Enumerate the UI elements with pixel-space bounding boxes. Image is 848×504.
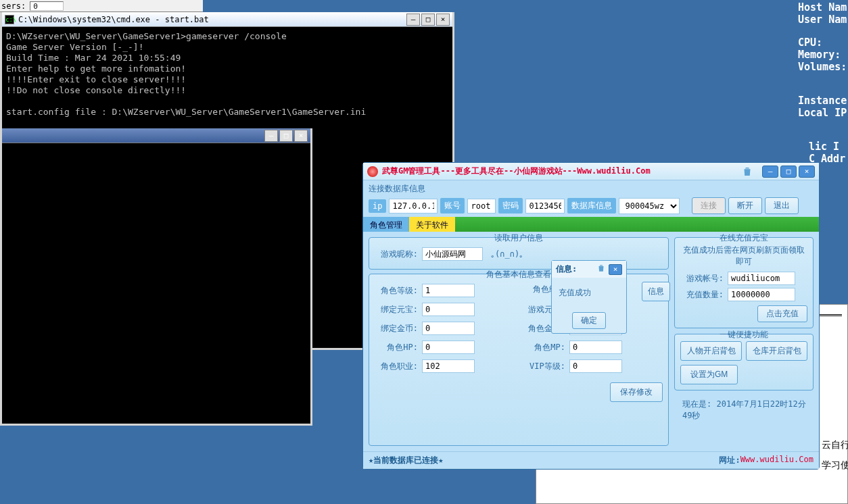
publicip-label: lic I xyxy=(798,141,847,153)
cmd-titlebar[interactable]: c:\ C:\Windows\system32\cmd.exe - start.… xyxy=(2,12,452,27)
recharge-acct-input[interactable] xyxy=(728,272,795,285)
maximize-button[interactable]: □ xyxy=(421,14,435,26)
info-button-peek[interactable]: 信息 xyxy=(642,282,670,301)
tab-role-mgmt[interactable]: 角色管理 xyxy=(363,217,409,232)
recharge-qty-input[interactable] xyxy=(728,288,795,301)
status-text: ★当前数据库已连接★ xyxy=(369,455,443,466)
host-name-label: Host Nam xyxy=(798,1,847,14)
gm-title-text: 武尊GM管理工具---更多工具尽在--小仙网游戏站---Www.wudiliu.… xyxy=(382,166,651,177)
db-label: 数据库信息 xyxy=(567,198,616,213)
bind-gold-input[interactable] xyxy=(422,322,475,335)
gm-tool-window: 武尊GM管理工具---更多工具尽在--小仙网游戏站---Www.wudiliu.… xyxy=(362,162,820,470)
connection-section: ip 账号 密码 数据库信息 900045wz 连接 断开 退出 xyxy=(363,195,819,217)
password-label: 密码 xyxy=(498,198,523,213)
bind-yb-label: 绑定元宝: xyxy=(375,304,418,316)
cmd-icon: c:\ xyxy=(5,15,14,24)
recharge-note: 充值成功后需在网页刷新页面领取即可 xyxy=(680,245,807,268)
db-select[interactable]: 900045wz xyxy=(619,198,680,214)
tab-about[interactable]: 关于软件 xyxy=(409,217,455,232)
nickname-label: 游戏昵称: xyxy=(375,249,418,260)
password-input[interactable] xyxy=(525,199,565,213)
bind-gold-label: 绑定金币: xyxy=(375,323,418,334)
maximize-button[interactable]: □ xyxy=(279,130,293,142)
close-button[interactable]: × xyxy=(436,14,450,26)
account-input[interactable] xyxy=(467,199,496,213)
current-time: 现在是: 2014年7月1日22时12分49秒 xyxy=(674,399,814,422)
gm-titlebar[interactable]: 武尊GM管理工具---更多工具尽在--小仙网游戏站---Www.wudiliu.… xyxy=(363,163,819,180)
recharge-button[interactable]: 点击充值 xyxy=(757,305,807,322)
user-name-label: User Nam xyxy=(798,14,847,26)
cmd-window-2: — □ × xyxy=(0,128,312,426)
read-user-legend: 读取用户信息 xyxy=(492,232,546,244)
cpu-label: CPU: xyxy=(798,36,847,49)
shortcut-legend: 一键便捷功能 xyxy=(717,329,771,341)
cmd-title-text: C:\Windows\system32\cmd.exe - start.bat xyxy=(18,15,209,24)
vip-input[interactable] xyxy=(569,359,622,373)
role-mp-label: 角色MP: xyxy=(522,342,565,353)
maximize-button[interactable]: □ xyxy=(780,166,797,178)
minimize-button[interactable]: — xyxy=(762,166,778,178)
role-hp-label: 角色HP: xyxy=(375,342,418,353)
minimize-button[interactable]: — xyxy=(264,130,278,142)
gm-statusbar: ★当前数据库已连接★ 网址: Www.wudiliu.Com xyxy=(363,451,819,469)
ip-input[interactable] xyxy=(389,199,438,213)
doc-text-2: 学习使用 xyxy=(822,457,848,472)
site-url: Www.wudiliu.Com xyxy=(740,455,814,466)
trash-icon[interactable] xyxy=(596,263,606,275)
app-logo-icon xyxy=(367,166,378,177)
exit-button[interactable]: 退出 xyxy=(765,197,799,214)
conn-section-label: 连接数据库信息 xyxy=(369,184,425,193)
cmd2-titlebar[interactable]: — □ × xyxy=(2,128,310,143)
volumes-label: Volumes: xyxy=(798,61,847,73)
nickname-input[interactable] xyxy=(422,247,483,261)
minimize-button[interactable]: — xyxy=(406,14,420,26)
vip-label: VIP等级: xyxy=(522,361,565,372)
role-basic-legend: 角色基本信息查看 xyxy=(484,269,554,280)
ip-label: ip xyxy=(369,199,386,213)
host-info-panel: Host Nam User Nam CPU: Memory: Volumes: … xyxy=(798,1,847,165)
trash-icon[interactable] xyxy=(741,166,753,178)
role-job-label: 角色职业: xyxy=(375,361,418,372)
set-gm-button[interactable]: 设置为GM xyxy=(680,365,738,384)
face-emoji: ｡(∩_∩)｡ xyxy=(491,249,523,259)
popup-body: 充值成功 xyxy=(552,278,626,308)
message-popup: 信息: × 充值成功 确定 xyxy=(551,260,627,334)
role-mp-input[interactable] xyxy=(569,341,622,354)
recharge-legend: 在线充值元宝 xyxy=(717,232,771,244)
role-hp-input[interactable] xyxy=(422,341,475,354)
account-label: 账号 xyxy=(440,198,465,213)
role-job-input[interactable] xyxy=(422,359,475,373)
popup-title: 信息: xyxy=(556,263,577,275)
cmd-output[interactable]: D:\WZserver\WU_Server\GameServer1>gamese… xyxy=(2,27,452,122)
connect-button[interactable]: 连接 xyxy=(692,197,726,214)
role-level-label: 角色等级: xyxy=(375,285,418,297)
open-warehouse-button[interactable]: 仓库开启背包 xyxy=(746,341,807,361)
site-label: 网址: xyxy=(719,455,740,466)
shortcut-group: 一键便捷功能 人物开启背包 仓库开启背包 设置为GM xyxy=(674,334,814,390)
save-button[interactable]: 保存修改 xyxy=(610,382,663,402)
users-label: sers: xyxy=(1,1,26,11)
popup-ok-button[interactable]: 确定 xyxy=(572,312,606,329)
users-value: 0 xyxy=(30,1,64,11)
instance-label: Instance xyxy=(798,95,847,107)
open-bag-button[interactable]: 人物开启背包 xyxy=(680,341,742,361)
close-button[interactable]: × xyxy=(294,130,308,142)
role-level-input[interactable] xyxy=(422,284,475,297)
recharge-qty-label: 充值数量: xyxy=(680,289,724,301)
localip-label: Local IP xyxy=(798,107,847,119)
recharge-acct-label: 游戏帐号: xyxy=(680,273,724,284)
doc-text-1: 云自行 xyxy=(822,437,848,452)
memory-label: Memory: xyxy=(798,49,847,61)
recharge-group: 在线充值元宝 充值成功后需在网页刷新页面领取即可 游戏帐号: 充值数量: 点击充… xyxy=(674,237,814,328)
close-button[interactable]: × xyxy=(799,166,815,178)
tab-bar: 角色管理 关于软件 xyxy=(363,217,819,232)
bind-yb-input[interactable] xyxy=(422,303,475,316)
users-bar: sers: 0 xyxy=(0,0,203,12)
popup-close-button[interactable]: × xyxy=(609,264,622,275)
disconnect-button[interactable]: 断开 xyxy=(728,197,762,214)
